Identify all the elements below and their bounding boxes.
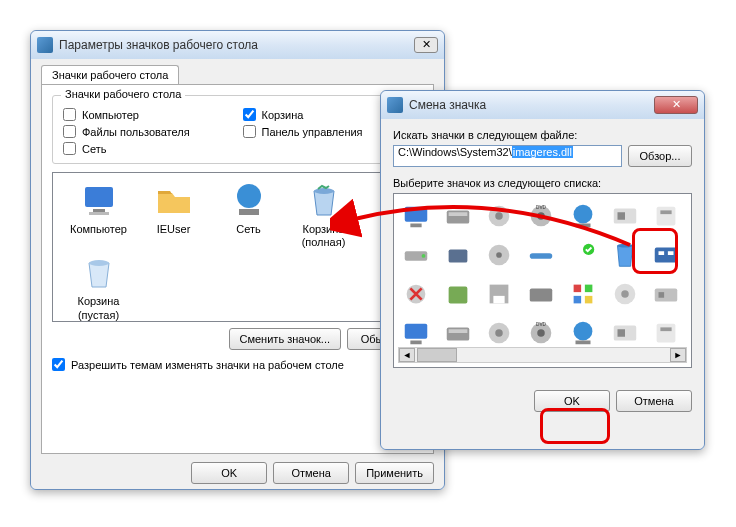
grid-icon-item[interactable] — [398, 198, 434, 234]
grid-icon-item[interactable] — [398, 276, 434, 312]
svg-rect-17 — [575, 224, 590, 228]
svg-rect-30 — [655, 248, 678, 263]
svg-rect-60 — [661, 327, 672, 331]
svg-rect-2 — [89, 212, 109, 215]
titlebar[interactable]: Параметры значков рабочего стола ✕ — [31, 31, 444, 59]
grid-icon-item[interactable] — [565, 315, 601, 351]
grid-icon-item[interactable] — [398, 315, 434, 351]
grid-icon-item[interactable] — [481, 237, 517, 273]
scroll-left-icon[interactable]: ◄ — [399, 348, 415, 362]
search-file-label: Искать значки в следующем файле: — [393, 129, 692, 141]
grid-icon-item[interactable]: DVD — [523, 198, 559, 234]
tab-panel: Значки рабочего стола Компьютер Файлы по… — [41, 84, 434, 454]
grid-icon-item[interactable] — [648, 276, 684, 312]
apply-button[interactable]: Применить — [355, 462, 434, 484]
svg-point-23 — [422, 254, 426, 258]
svg-rect-39 — [585, 285, 593, 293]
cancel-button[interactable]: Отмена — [273, 462, 349, 484]
change-icon-button[interactable]: Сменить значок... — [229, 328, 342, 350]
grid-icon-item[interactable] — [440, 198, 476, 234]
svg-rect-45 — [659, 292, 665, 298]
scroll-right-icon[interactable]: ► — [670, 348, 686, 362]
preview-icon-bin-empty[interactable]: Корзина (пустая) — [61, 253, 136, 321]
grid-icon-item[interactable] — [440, 276, 476, 312]
titlebar[interactable]: Смена значка ✕ — [381, 91, 704, 119]
horizontal-scrollbar[interactable]: ◄ ► — [398, 347, 687, 363]
icon-preview-pane[interactable]: Компьютер IEUser Сеть Корзина (полная) К… — [52, 172, 423, 322]
svg-text:DVD: DVD — [536, 322, 546, 327]
grid-icon-item[interactable] — [481, 198, 517, 234]
check-network[interactable]: Сеть — [63, 140, 233, 157]
svg-rect-59 — [657, 324, 676, 343]
window-title: Параметры значков рабочего стола — [59, 38, 414, 52]
allow-themes-check[interactable]: Разрешить темам изменять значки на рабоч… — [52, 358, 423, 371]
preview-icon-network[interactable]: Сеть — [211, 181, 286, 249]
svg-point-14 — [537, 212, 545, 220]
icon-grid[interactable]: DVDDVD ◄ ► — [393, 193, 692, 368]
grid-icon-item[interactable] — [648, 315, 684, 351]
svg-point-53 — [537, 329, 545, 337]
svg-rect-8 — [410, 224, 421, 228]
ok-button[interactable]: OK — [534, 390, 610, 412]
svg-point-6 — [89, 260, 109, 266]
grid-icon-item[interactable] — [565, 237, 601, 273]
grid-icon-item[interactable] — [607, 198, 643, 234]
grid-icon-item[interactable] — [648, 237, 684, 273]
grid-icon-item[interactable] — [440, 315, 476, 351]
grid-icon-item[interactable] — [481, 315, 517, 351]
grid-icon-item[interactable] — [440, 237, 476, 273]
svg-rect-47 — [410, 341, 421, 345]
preview-icon-bin-full[interactable]: Корзина (полная) — [286, 181, 361, 249]
svg-point-16 — [573, 205, 592, 224]
pick-icon-label: Выберите значок из следующего списка: — [393, 177, 692, 189]
tab-desktop-icons[interactable]: Значки рабочего стола — [41, 65, 179, 84]
svg-rect-32 — [668, 251, 674, 255]
grid-icon-item[interactable] — [565, 198, 601, 234]
svg-point-5 — [314, 188, 334, 194]
grid-icon-item[interactable] — [607, 237, 643, 273]
grid-icon-item[interactable] — [648, 198, 684, 234]
svg-rect-41 — [585, 296, 593, 304]
close-icon[interactable]: ✕ — [414, 37, 438, 53]
preview-icon-ieuser[interactable]: IEUser — [136, 181, 211, 249]
grid-icon-item[interactable] — [481, 276, 517, 312]
svg-point-26 — [497, 252, 503, 258]
svg-point-12 — [496, 212, 504, 220]
grid-icon-item[interactable] — [607, 315, 643, 351]
svg-rect-38 — [573, 285, 581, 293]
grid-icon-item[interactable]: DVD — [523, 315, 559, 351]
svg-point-55 — [573, 322, 592, 341]
window-title: Смена значка — [409, 98, 654, 112]
ok-button[interactable]: OK — [191, 462, 267, 484]
svg-rect-46 — [405, 324, 428, 339]
svg-rect-0 — [85, 187, 113, 207]
window-icon — [387, 97, 403, 113]
close-icon[interactable]: ✕ — [654, 96, 698, 114]
svg-rect-27 — [530, 253, 553, 259]
check-user-files[interactable]: Файлы пользователя — [63, 123, 233, 140]
svg-rect-21 — [661, 210, 672, 214]
scroll-thumb[interactable] — [417, 348, 457, 362]
grid-icon-item[interactable] — [523, 237, 559, 273]
cancel-button[interactable]: Отмена — [616, 390, 692, 412]
svg-rect-34 — [448, 287, 467, 304]
svg-rect-40 — [573, 296, 581, 304]
svg-rect-31 — [659, 251, 665, 255]
svg-point-43 — [621, 290, 629, 298]
check-computer[interactable]: Компьютер — [63, 106, 233, 123]
grid-icon-item[interactable] — [607, 276, 643, 312]
svg-rect-37 — [530, 288, 553, 301]
svg-point-51 — [496, 329, 504, 337]
svg-rect-19 — [617, 212, 625, 220]
group-legend: Значки рабочего стола — [61, 88, 185, 100]
svg-rect-10 — [448, 212, 467, 216]
svg-rect-1 — [93, 209, 105, 212]
grid-icon-item[interactable] — [523, 276, 559, 312]
grid-icon-item[interactable] — [565, 276, 601, 312]
svg-point-3 — [237, 184, 261, 208]
icon-file-path-input[interactable]: C:\Windows\System32\imageres.dll — [393, 145, 622, 167]
svg-point-29 — [617, 244, 632, 248]
preview-icon-computer[interactable]: Компьютер — [61, 181, 136, 249]
browse-button[interactable]: Обзор... — [628, 145, 692, 167]
grid-icon-item[interactable] — [398, 237, 434, 273]
